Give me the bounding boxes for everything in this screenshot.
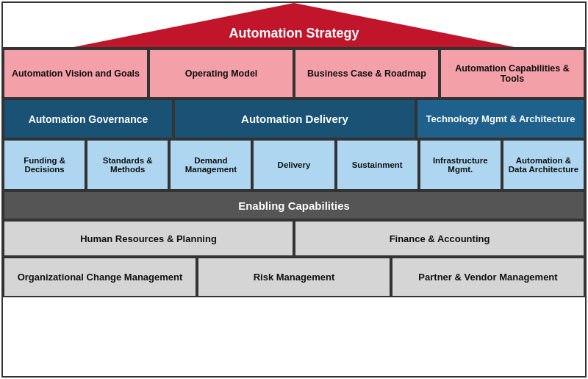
demand-management-cell: Demand Management xyxy=(169,139,252,191)
business-case-cell: Business Case & Roadmap xyxy=(294,49,440,99)
partner-vendor-cell: Partner & Vendor Management xyxy=(391,257,585,297)
row2-sections: Automation Governance Automation Deliver… xyxy=(3,99,585,139)
standards-methods-cell: Standards & Methods xyxy=(86,139,169,191)
diagram-wrapper: Automation Strategy Automation Vision an… xyxy=(1,1,587,378)
automation-strategy-title: Automation Strategy xyxy=(229,26,359,41)
roof-section: Automation Strategy xyxy=(3,3,585,47)
enabling-capabilities-label: Enabling Capabilities xyxy=(238,199,350,212)
finance-accounting-cell: Finance & Accounting xyxy=(294,220,585,257)
operating-model-cell: Operating Model xyxy=(148,49,294,99)
delivery-cell: Delivery xyxy=(252,139,335,191)
automation-capabilities-cell: Automation Capabilities & Tools xyxy=(440,49,585,99)
infrastructure-mgmt-cell: Infrastructure Mgmt. xyxy=(419,139,502,191)
row5-support: Human Resources & Planning Finance & Acc… xyxy=(3,220,585,257)
ocm-cell: Organizational Change Management xyxy=(3,257,197,297)
enabling-capabilities-row: Enabling Capabilities xyxy=(3,191,585,220)
funding-decisions-cell: Funding & Decisions xyxy=(3,139,86,191)
hr-planning-cell: Human Resources & Planning xyxy=(3,220,294,257)
automation-delivery-cell: Automation Delivery xyxy=(173,99,416,139)
automation-governance-cell: Automation Governance xyxy=(3,99,173,139)
automation-data-arch-cell: Automation & Data Architecture xyxy=(502,139,585,191)
technology-mgmt-cell: Technology Mgmt & Architecture xyxy=(416,99,585,139)
risk-management-cell: Risk Management xyxy=(197,257,391,297)
vision-goals-cell: Automation Vision and Goals xyxy=(3,49,148,99)
sustainment-cell: Sustainment xyxy=(336,139,419,191)
row3-sub-cells: Funding & Decisions Standards & Methods … xyxy=(3,139,585,191)
row6-bottom: Organizational Change Management Risk Ma… xyxy=(3,257,585,297)
row1-pillars: Automation Vision and Goals Operating Mo… xyxy=(3,47,585,99)
